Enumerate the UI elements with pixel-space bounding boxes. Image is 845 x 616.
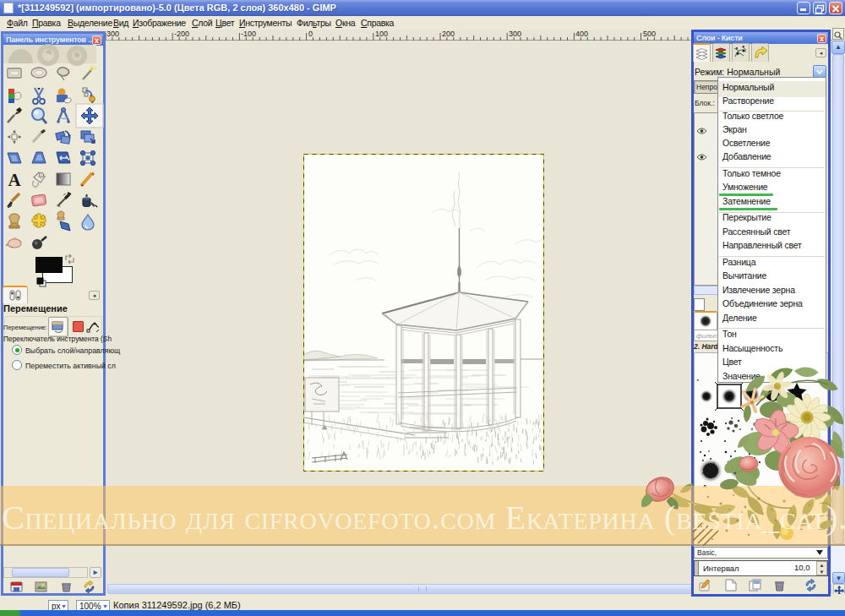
svg-text:400: 400	[575, 30, 588, 38]
svg-text:100: 100	[375, 30, 388, 38]
svg-text:200: 200	[442, 30, 455, 38]
svg-text:300: 300	[509, 30, 521, 38]
svg-text:-100: -100	[241, 30, 256, 38]
svg-text:-200: -200	[174, 30, 189, 38]
svg-text:0: 0	[308, 30, 313, 38]
svg-text:A: A	[8, 170, 21, 190]
svg-text:300: 300	[106, 30, 119, 38]
svg-text:500: 500	[643, 30, 656, 38]
